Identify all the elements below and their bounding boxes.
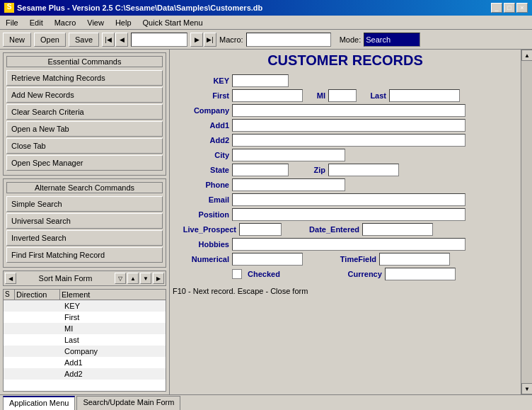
email-label: Email bbox=[173, 195, 229, 204]
currency-input[interactable] bbox=[385, 268, 456, 280]
cmd-simple-search[interactable]: Simple Search bbox=[6, 196, 163, 212]
nav-controls-right: ▶ ▶| bbox=[190, 33, 216, 47]
menu-view[interactable]: View bbox=[84, 18, 107, 28]
scroll-up-button[interactable]: ▲ bbox=[521, 50, 532, 61]
form-title: CUSTOMER RECORDS bbox=[173, 52, 518, 69]
main-content: Essential Commands Retrieve Matching Rec… bbox=[0, 50, 532, 394]
new-button[interactable]: New bbox=[3, 33, 31, 47]
menu-edit[interactable]: Edit bbox=[27, 18, 46, 28]
phone-label: Phone bbox=[173, 181, 229, 189]
table-row[interactable]: Add2 bbox=[4, 368, 166, 380]
first-input[interactable] bbox=[232, 89, 303, 102]
cmd-clear[interactable]: Clear Search Criteria bbox=[6, 104, 163, 120]
phone-row: Phone bbox=[173, 178, 518, 191]
alternate-commands-title: Alternate Search Commands bbox=[6, 182, 163, 193]
menu-quickstart[interactable]: Quick Start Menu bbox=[140, 18, 206, 28]
cmd-retrieve[interactable]: Retrieve Matching Records bbox=[6, 70, 163, 86]
cmd-add-new[interactable]: Add New Records bbox=[6, 87, 163, 103]
sort-up-button[interactable]: ▲ bbox=[127, 273, 139, 284]
cmd-open-tab[interactable]: Open a New Tab bbox=[6, 121, 163, 137]
company-label: Company bbox=[173, 106, 229, 115]
macro-input[interactable] bbox=[246, 33, 331, 47]
key-input[interactable] bbox=[232, 74, 289, 87]
mode-input[interactable] bbox=[364, 33, 420, 47]
position-input[interactable] bbox=[232, 208, 466, 221]
sort-table-header: S Direction Element bbox=[4, 290, 166, 300]
sort-right-button[interactable]: ▶ bbox=[153, 273, 164, 284]
last-input[interactable] bbox=[389, 89, 460, 102]
numerical-time-row: Numerical TimeField bbox=[173, 253, 518, 266]
table-row[interactable]: Add1 bbox=[4, 357, 166, 368]
numerical-input[interactable] bbox=[232, 253, 303, 266]
sort-table: S Direction Element KEY First MI bbox=[3, 289, 166, 392]
table-row[interactable]: KEY bbox=[4, 300, 166, 312]
cmd-spec-manager[interactable]: Open Spec Manager bbox=[6, 155, 163, 171]
scroll-down-button[interactable]: ▼ bbox=[521, 383, 532, 394]
title-bar: S Sesame Plus - Version 2.5 C:\Sesame\Da… bbox=[0, 0, 532, 16]
table-row[interactable]: First bbox=[4, 312, 166, 323]
record-input[interactable] bbox=[131, 33, 187, 47]
minimize-button[interactable]: _ bbox=[491, 3, 502, 13]
state-input[interactable] bbox=[232, 164, 289, 176]
cmd-inverted-search[interactable]: Inverted Search bbox=[6, 230, 163, 246]
company-input[interactable] bbox=[232, 104, 466, 117]
nav-first-button[interactable]: |◀ bbox=[102, 33, 115, 47]
email-input[interactable] bbox=[232, 193, 466, 206]
tab-search-update[interactable]: Search/Update Main Form bbox=[76, 396, 180, 410]
first-label: First bbox=[173, 91, 229, 100]
sort-header-s: S bbox=[4, 290, 15, 300]
toolbar: New Open Save |◀ ◀ ▶ ▶| Macro: Mode: bbox=[0, 30, 532, 50]
save-button[interactable]: Save bbox=[69, 33, 99, 47]
mi-input[interactable] bbox=[328, 89, 357, 102]
nav-play-button[interactable]: ▶ bbox=[190, 33, 203, 47]
sort-left-button[interactable]: ◀ bbox=[5, 273, 16, 284]
sort-down-button[interactable]: ▼ bbox=[140, 273, 151, 284]
sort-filter-button[interactable]: ▽ bbox=[115, 273, 126, 284]
nav-prev-button[interactable]: ◀ bbox=[115, 33, 128, 47]
hobbies-label: Hobbies bbox=[173, 240, 229, 249]
timefield-input[interactable] bbox=[379, 253, 450, 266]
maximize-button[interactable]: □ bbox=[504, 3, 515, 13]
cmd-find-first[interactable]: Find First Matching Record bbox=[6, 247, 163, 263]
phone-input[interactable] bbox=[232, 178, 345, 191]
mi-label: MI bbox=[311, 91, 325, 100]
date-entered-input[interactable] bbox=[362, 223, 433, 236]
checked-currency-row: Checked Currency bbox=[173, 268, 518, 280]
city-label: City bbox=[173, 151, 229, 159]
nav-last-button[interactable]: ▶| bbox=[204, 33, 216, 47]
table-row[interactable]: MI bbox=[4, 323, 166, 334]
macro-label: Macro: bbox=[219, 35, 243, 44]
menu-macro[interactable]: Macro bbox=[52, 18, 79, 28]
sort-label: Sort Main Form bbox=[18, 274, 113, 283]
cmd-close-tab[interactable]: Close Tab bbox=[6, 138, 163, 154]
hobbies-row: Hobbies bbox=[173, 238, 518, 251]
numerical-label: Numerical bbox=[173, 255, 229, 263]
live-prospect-input[interactable] bbox=[239, 223, 282, 236]
city-input[interactable] bbox=[232, 149, 345, 161]
table-row[interactable]: Last bbox=[4, 334, 166, 346]
email-row: Email bbox=[173, 193, 518, 206]
add1-input[interactable] bbox=[232, 119, 466, 132]
menu-file[interactable]: File bbox=[3, 18, 21, 28]
zip-label: Zip bbox=[297, 166, 325, 174]
close-button[interactable]: × bbox=[516, 3, 528, 13]
cmd-universal-search[interactable]: Universal Search bbox=[6, 213, 163, 229]
tab-application-menu[interactable]: Application Menu bbox=[3, 396, 75, 410]
right-panel: CUSTOMER RECORDS KEY First MI Last Compa… bbox=[170, 50, 521, 394]
sort-bar: ◀ Sort Main Form ▽ ▲ ▼ ▶ bbox=[3, 271, 166, 286]
currency-label: Currency bbox=[340, 270, 382, 278]
scroll-track[interactable] bbox=[521, 61, 532, 383]
add2-row: Add2 bbox=[173, 134, 518, 147]
hobbies-input[interactable] bbox=[232, 238, 466, 251]
add2-input[interactable] bbox=[232, 134, 466, 147]
zip-input[interactable] bbox=[328, 164, 399, 176]
scrollbar-right[interactable]: ▲ ▼ bbox=[521, 50, 532, 394]
checked-checkbox[interactable] bbox=[232, 269, 242, 279]
city-row: City bbox=[173, 149, 518, 161]
add1-row: Add1 bbox=[173, 119, 518, 132]
menu-bar: File Edit Macro View Help Quick Start Me… bbox=[0, 16, 532, 30]
table-row[interactable]: Company bbox=[4, 346, 166, 357]
open-button[interactable]: Open bbox=[34, 33, 66, 47]
state-label: State bbox=[173, 166, 229, 174]
menu-help[interactable]: Help bbox=[112, 18, 134, 28]
